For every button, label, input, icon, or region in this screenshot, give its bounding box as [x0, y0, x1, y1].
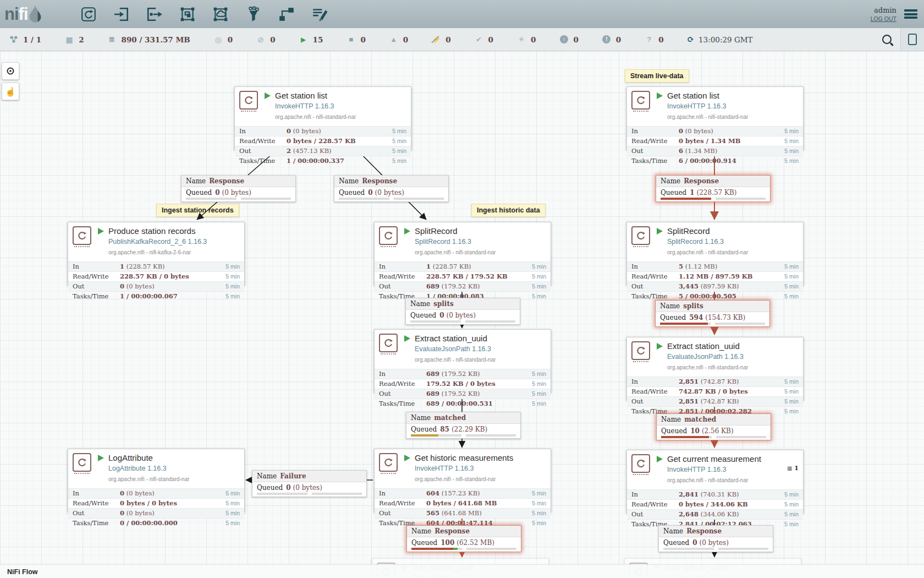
connection-queued-key: Queued: [339, 189, 365, 197]
connection-name-key: Name: [410, 300, 430, 308]
navigate-palette-button[interactable]: [2, 62, 19, 80]
stat-window: 5 min: [532, 370, 546, 377]
flow-status-panel-button[interactable]: [900, 28, 924, 51]
connection-label[interactable]: NameResponse Queued0(0 bytes): [658, 525, 773, 552]
processor-stat-row: Read/Write 742.87 KB / 0 bytes 5 min: [627, 386, 803, 396]
input-port-icon[interactable]: [113, 6, 130, 23]
operate-palette-button[interactable]: ☝: [2, 83, 19, 100]
processor-bundle: org.apache.nifi - nifi-standard-nar: [667, 114, 748, 120]
processor-logattribute[interactable]: LogAttribute LogAttribute 1.16.3 org.apa…: [68, 449, 245, 512]
connection-name-key: Name: [411, 527, 431, 535]
processor-produce-station-records[interactable]: Produce station records PublishKafkaReco…: [68, 222, 245, 286]
stat-value: 5 / 00:00:00.505: [679, 292, 736, 300]
stat-label: Read/Write: [379, 380, 426, 388]
stat-label: Out: [73, 282, 120, 290]
connection-label[interactable]: Namematched Queued85(22.29 KB): [406, 412, 521, 439]
stat-suffix: (1.12 MB): [685, 263, 717, 270]
stat-label: Tasks/Time: [631, 292, 679, 300]
backpressure-bars: [257, 493, 362, 495]
connection-label[interactable]: NameFailure Queued0(0 bytes): [252, 470, 367, 497]
processor-get-station-list-right[interactable]: Get station list InvokeHTTP 1.16.3 org.a…: [626, 86, 804, 150]
processor-type-icon: [73, 453, 91, 472]
threads-grid-icon: ▦: [787, 466, 792, 471]
stopped-icon: ■: [346, 36, 356, 43]
processor-splitrecord-middle[interactable]: SplitRecord SplitRecord 1.16.3 org.apach…: [374, 222, 551, 286]
processor-extract-station-uuid-right[interactable]: Extract station_uuid EvaluateJsonPath 1.…: [626, 337, 804, 401]
connection-label[interactable]: NameResponse Queued100(62.52 MB): [406, 525, 521, 552]
processor-title: Get historic measurements: [415, 453, 513, 462]
backpressure-bars: [186, 198, 291, 200]
connection-label[interactable]: Namesplits Queued0(0 bytes): [405, 298, 520, 325]
flow-status-bar: 1 / 1▦2≣890 / 331.57 MB◎0⊘0▶15■0▲0⚡0✔0✳0…: [0, 28, 924, 51]
stat-label: Out: [631, 147, 679, 155]
stat-value: 2: [287, 147, 291, 155]
processor-splitrecord-right[interactable]: SplitRecord SplitRecord 1.16.3 org.apach…: [626, 222, 804, 286]
processor-get-current-measurement[interactable]: Get current measurement InvokeHTTP 1.16.…: [626, 450, 804, 514]
process-group-icon[interactable]: [179, 6, 196, 23]
output-port-icon[interactable]: [146, 6, 163, 23]
status-item-up-to-date: ✔0: [474, 35, 493, 44]
stat-window: 5 min: [532, 263, 546, 270]
remote-process-group-icon[interactable]: [212, 6, 229, 23]
search-icon[interactable]: [882, 35, 892, 44]
stat-window: 5 min: [532, 380, 546, 387]
label-icon[interactable]: [311, 6, 328, 23]
processor-extract-station-uuid-middle[interactable]: Extract station_uuid EvaluateJsonPath 1.…: [374, 329, 551, 393]
processor-title: Get station list: [667, 91, 719, 100]
connection-label[interactable]: NameResponse Queued1(228.57 KB): [656, 175, 771, 202]
canvas-label[interactable]: Stream live-data: [625, 69, 689, 83]
stat-window: 5 min: [784, 273, 799, 280]
canvas-label[interactable]: Ingest station records: [156, 204, 239, 217]
stat-label: Out: [631, 510, 679, 518]
connection-label[interactable]: NameResponse Queued0(0 bytes): [181, 175, 296, 202]
stat-window: 5 min: [784, 148, 799, 154]
threads-icon: ▦: [64, 36, 74, 43]
status-item-running: ▶15: [299, 35, 323, 44]
stat-suffix: (0 bytes): [685, 127, 713, 135]
processor-type-icon: [631, 91, 650, 110]
funnel-icon[interactable]: [245, 6, 262, 23]
stat-value: 0 bytes / 641.68 MB: [426, 499, 497, 507]
logout-link[interactable]: LOG OUT: [871, 15, 897, 23]
processor-stat-row: Tasks/Time 689 / 00:00:00.531 5 min: [375, 399, 551, 408]
stat-suffix: (742.87 KB): [701, 397, 739, 405]
stat-label: In: [631, 127, 679, 135]
birdseye-icon: [6, 66, 15, 76]
connection-queued-key: Queued: [661, 189, 686, 197]
stat-value: 0 bytes / 0 bytes: [120, 499, 177, 507]
processor-type-icon: [631, 341, 650, 360]
stat-value: 0: [120, 489, 124, 497]
connection-label[interactable]: Namematched Queued10(2.56 KB): [656, 413, 771, 440]
queued-icon: ≣: [107, 36, 117, 43]
breadcrumb[interactable]: NiFi Flow: [7, 568, 38, 576]
stat-window: 5 min: [784, 501, 799, 508]
processor-get-station-list-left[interactable]: Get station list InvokeHTTP 1.16.3 org.a…: [234, 86, 411, 150]
connection-name-value: Response: [435, 527, 470, 535]
hand-pointer-icon: ☝: [5, 86, 16, 97]
stat-label: In: [73, 263, 120, 270]
refresh-icon[interactable]: ⟳: [687, 34, 694, 45]
processor-type: SplitRecord 1.16.3: [415, 238, 471, 246]
processor-icon[interactable]: [80, 6, 97, 23]
template-icon[interactable]: [278, 6, 295, 23]
stat-window: 5 min: [532, 390, 546, 397]
processor-type: PublishKafkaRecord_2_6 1.16.3: [108, 238, 207, 246]
last-refresh-time: 13:00:29 GMT: [698, 35, 753, 44]
stat-suffix: (228.57 KB): [127, 263, 165, 270]
running-indicator-icon: [404, 335, 410, 342]
global-menu-icon[interactable]: [904, 9, 917, 19]
connection-label[interactable]: Namesplits Queued594(154.73 KB): [655, 300, 770, 327]
stat-window: 5 min: [392, 138, 406, 144]
stat-label: Out: [379, 390, 426, 397]
connection-queued-key: Queued: [257, 484, 283, 492]
flow-canvas[interactable]: Ingest station recordsIngest historic da…: [0, 51, 924, 578]
connection-label[interactable]: NameResponse Queued0(0 bytes): [334, 175, 449, 202]
processor-get-historic-measurements[interactable]: Get historic measurements InvokeHTTP 1.1…: [374, 449, 551, 512]
running-indicator-icon: [657, 343, 663, 350]
breadcrumb-bar: NiFi Flow: [0, 564, 924, 578]
stat-value: 1 / 00:00:00.337: [287, 157, 344, 165]
stat-value: 689: [426, 390, 439, 397]
stat-value: 0 bytes / 228.57 KB: [287, 137, 356, 145]
canvas-label[interactable]: Ingest historic data: [471, 204, 546, 217]
stat-window: 5 min: [532, 510, 546, 516]
